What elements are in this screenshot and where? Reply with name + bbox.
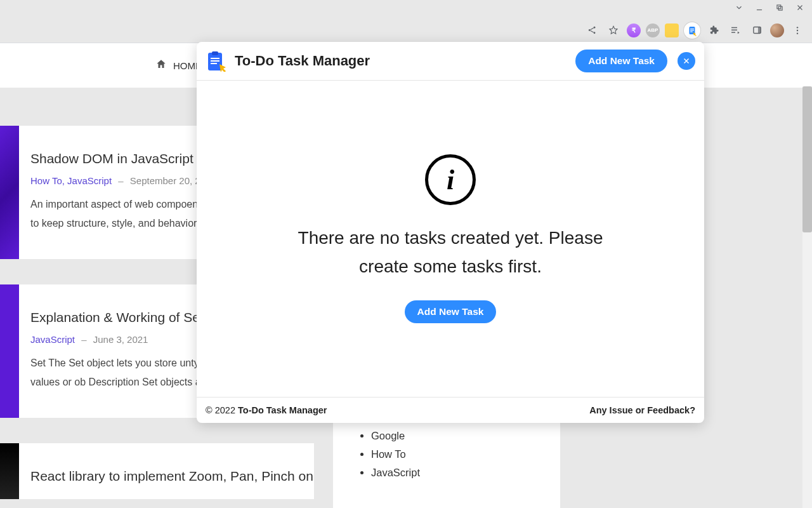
svg-point-4 (593, 32, 595, 34)
list-item[interactable]: JavaScript (371, 467, 541, 479)
browser-toolbar: ABP (0, 18, 812, 43)
article-title: React library to implement Zoom, Pan, Pi… (30, 469, 314, 484)
avatar[interactable] (770, 23, 784, 37)
close-icon[interactable] (796, 3, 804, 15)
note-ext-icon[interactable] (665, 23, 679, 37)
svg-point-2 (588, 29, 590, 31)
svg-rect-16 (211, 58, 219, 59)
star-icon[interactable] (605, 22, 622, 39)
scroll-thumb[interactable] (802, 86, 812, 232)
home-icon[interactable] (155, 58, 167, 72)
popup-body: i There are no tasks created yet. Please… (197, 81, 704, 397)
svg-rect-10 (757, 27, 760, 34)
footer-prefix: © 2022 (206, 405, 238, 415)
share-icon[interactable] (584, 22, 600, 39)
svg-rect-17 (211, 60, 219, 62)
app-logo-icon (206, 50, 228, 72)
add-new-task-button[interactable]: Add New Task (575, 50, 667, 72)
popup-title: To-Do Task Manager (235, 53, 569, 69)
footer-copyright: © 2022 To-Do Task Manager (206, 405, 327, 415)
playlist-icon[interactable] (727, 22, 743, 39)
empty-state-message: There are no tasks created yet. Please c… (273, 224, 628, 281)
feedback-link[interactable]: Any Issue or Feedback? (589, 405, 695, 415)
svg-point-3 (593, 27, 595, 29)
article-date: June 3, 2021 (93, 334, 148, 345)
rupee-ext-icon[interactable] (627, 23, 641, 37)
scrollbar[interactable] (802, 86, 812, 508)
clipboard-ext-icon[interactable] (684, 22, 700, 39)
popup-footer: © 2022 To-Do Task Manager Any Issue or F… (197, 397, 704, 423)
svg-rect-6 (690, 29, 694, 29)
svg-point-11 (797, 27, 798, 28)
close-popup-button[interactable] (678, 52, 695, 70)
article-tags[interactable]: How To, JavaScript (30, 175, 112, 186)
maximize-icon[interactable] (775, 3, 784, 15)
svg-rect-15 (212, 51, 218, 55)
panel-icon[interactable] (749, 22, 765, 39)
article-card[interactable]: React library to implement Zoom, Pan, Pi… (0, 443, 314, 499)
svg-point-12 (797, 29, 798, 30)
svg-rect-8 (690, 31, 693, 32)
list-item[interactable]: How To (371, 448, 541, 460)
add-new-task-center-button[interactable]: Add New Task (405, 300, 497, 323)
extension-popup: To-Do Task Manager Add New Task i There … (197, 42, 704, 423)
popup-header: To-Do Task Manager Add New Task (197, 42, 704, 81)
footer-app-name: To-Do Task Manager (238, 405, 327, 415)
abp-ext-icon[interactable]: ABP (646, 23, 660, 37)
article-tags[interactable]: JavaScript (30, 334, 75, 345)
menu-dots-icon[interactable] (789, 22, 806, 39)
svg-point-13 (797, 32, 798, 34)
svg-rect-18 (211, 63, 217, 64)
article-thumbnail (0, 284, 19, 418)
chevron-down-icon[interactable] (735, 3, 743, 15)
svg-rect-7 (690, 30, 694, 30)
list-item[interactable]: Google (371, 430, 541, 442)
article-thumbnail (0, 443, 19, 499)
puzzle-icon[interactable] (705, 22, 722, 39)
info-icon: i (425, 154, 476, 205)
window-controls (0, 0, 812, 18)
minimize-icon[interactable] (755, 3, 764, 15)
article-thumbnail (0, 126, 19, 259)
